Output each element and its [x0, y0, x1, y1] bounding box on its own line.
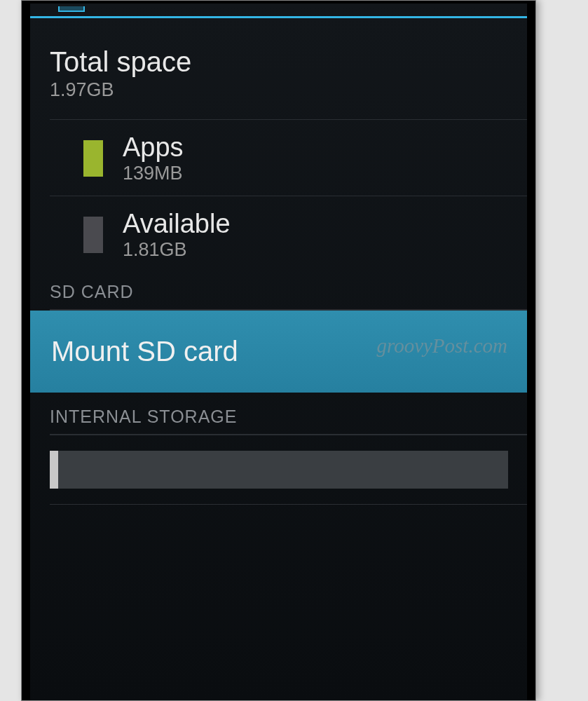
total-space-row[interactable]: Total space 1.97GB [50, 18, 527, 120]
available-value: 1.81GB [123, 239, 231, 261]
total-space-label: Total space [50, 46, 527, 78]
apps-swatch-icon [83, 140, 103, 177]
internal-storage-meter [50, 451, 508, 489]
mount-sd-card-button[interactable]: Mount SD card [30, 311, 527, 393]
available-storage-row[interactable]: Available 1.81GB [50, 196, 527, 268]
apps-label: Apps [123, 132, 184, 163]
apps-storage-row[interactable]: Apps 139MB [50, 120, 527, 196]
apps-value: 139MB [123, 163, 184, 184]
internal-storage-meter-row[interactable] [50, 435, 527, 505]
header-icon [58, 6, 85, 12]
available-label: Available [123, 209, 231, 239]
available-swatch-icon [83, 217, 103, 253]
sdcard-section-header: SD CARD [50, 268, 527, 311]
storage-settings-screen: Total space 1.97GB Apps 139MB Available … [30, 4, 527, 700]
internal-storage-section-header: INTERNAL STORAGE [50, 393, 527, 435]
internal-storage-used-fill [50, 451, 58, 489]
total-space-value: 1.97GB [50, 79, 527, 101]
header-fragment [30, 4, 527, 12]
